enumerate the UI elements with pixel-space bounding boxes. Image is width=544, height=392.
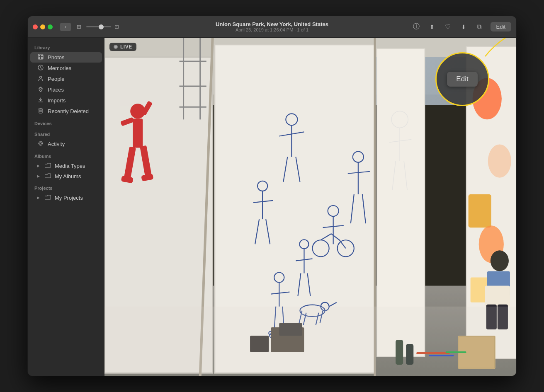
my-albums-folder-icon — [44, 173, 51, 179]
places-icon — [37, 86, 44, 93]
sidebar-item-imports[interactable]: Imports — [30, 95, 102, 106]
albums-section-label: Albums — [28, 150, 104, 160]
people-icon — [37, 75, 44, 82]
share-button[interactable]: ⬆ — [425, 21, 439, 33]
edit-button[interactable]: Edit — [491, 22, 511, 31]
my-projects-expand-icon: ▶ — [37, 196, 40, 200]
sidebar: Library Photos — [28, 38, 104, 376]
svg-rect-94 — [469, 194, 491, 227]
memories-icon — [37, 65, 44, 72]
svg-point-93 — [488, 145, 511, 178]
photos-icon — [37, 54, 44, 61]
title-bar-left: ‹ ⊞ ⊡ — [33, 23, 119, 31]
svg-point-6 — [40, 76, 42, 78]
photo-image — [104, 38, 516, 376]
zoom-slider[interactable] — [86, 26, 111, 27]
fit-view-icon[interactable]: ⊡ — [114, 24, 119, 30]
toolbar-right: ⓘ ⬆ ♡ ⬇ ⧉ Edit — [409, 21, 511, 33]
export-button[interactable]: ⬇ — [457, 21, 471, 33]
live-label: LIVE — [120, 44, 132, 50]
shared-section-label: Shared — [28, 128, 104, 138]
svg-point-92 — [473, 78, 502, 119]
heart-icon: ♡ — [445, 23, 451, 31]
media-types-expand-icon: ▶ — [37, 164, 40, 168]
sidebar-item-memories[interactable]: Memories — [30, 63, 102, 73]
maximize-button[interactable] — [48, 24, 53, 29]
info-icon: ⓘ — [413, 22, 420, 31]
sidebar-item-my-albums[interactable]: ▶ My Albums — [30, 171, 102, 181]
sidebar-memories-label: Memories — [48, 65, 71, 71]
minimize-button[interactable] — [40, 24, 45, 29]
sidebar-item-my-projects[interactable]: ▶ My Projects — [30, 193, 102, 203]
svg-point-14 — [40, 143, 41, 144]
recently-deleted-icon — [37, 108, 44, 115]
sidebar-places-label: Places — [48, 87, 64, 93]
sidebar-item-people[interactable]: People — [30, 74, 102, 84]
live-badge[interactable]: LIVE — [109, 43, 136, 51]
sidebar-activity-label: Activity — [48, 141, 65, 147]
media-types-folder-icon — [44, 162, 51, 169]
svg-rect-25 — [133, 119, 143, 148]
info-button[interactable]: ⓘ — [409, 21, 423, 33]
projects-section-label: Projects — [28, 181, 104, 192]
sidebar-imports-label: Imports — [48, 97, 66, 104]
title-bar: ‹ ⊞ ⊡ Union Square Park, New York, Unite… — [28, 16, 516, 38]
svg-rect-4 — [41, 57, 43, 59]
sidebar-people-label: People — [48, 76, 64, 82]
adjust-icon: ⧉ — [477, 23, 481, 31]
live-dot-icon — [114, 45, 118, 49]
sidebar-item-activity[interactable]: Activity — [30, 139, 102, 149]
svg-point-7 — [40, 88, 41, 90]
svg-point-103 — [491, 250, 509, 271]
traffic-lights — [33, 24, 53, 29]
photo-area: LIVE — [104, 38, 516, 376]
back-button[interactable]: ‹ — [60, 23, 71, 31]
favorite-button[interactable]: ♡ — [441, 21, 455, 33]
imports-icon — [37, 97, 44, 104]
sidebar-item-recently-deleted[interactable]: Recently Deleted — [30, 106, 102, 116]
main-content: Library Photos — [28, 38, 516, 376]
sidebar-my-albums-label: My Albums — [55, 173, 81, 179]
sidebar-item-places[interactable]: Places — [30, 85, 102, 95]
svg-rect-2 — [41, 55, 43, 56]
grid-view-icon[interactable]: ⊞ — [77, 24, 81, 30]
sidebar-recently-deleted-label: Recently Deleted — [48, 108, 89, 114]
adjust-button[interactable]: ⧉ — [472, 21, 486, 33]
sidebar-item-photos[interactable]: Photos — [30, 52, 102, 63]
sidebar-item-media-types[interactable]: ▶ Media Types — [30, 161, 102, 171]
svg-rect-1 — [39, 55, 40, 56]
sidebar-photos-label: Photos — [48, 54, 64, 60]
activity-icon — [37, 140, 44, 148]
main-window: ‹ ⊞ ⊡ Union Square Park, New York, Unite… — [27, 16, 517, 376]
window-title: Union Square Park, New York, United Stat… — [216, 21, 328, 27]
svg-rect-3 — [39, 57, 40, 59]
svg-rect-120 — [104, 307, 516, 376]
sidebar-media-types-label: Media Types — [55, 163, 85, 169]
back-arrow-icon: ‹ — [65, 24, 66, 30]
export-icon: ⬇ — [461, 24, 466, 30]
window-subtitle: April 23, 2019 at 1:26:04 PM · 1 of 1 — [216, 27, 328, 32]
svg-rect-105 — [485, 286, 510, 307]
my-projects-folder-icon — [44, 194, 51, 201]
my-albums-expand-icon: ▶ — [37, 174, 40, 178]
close-button[interactable] — [33, 24, 38, 29]
devices-section-label: Devices — [28, 117, 104, 128]
share-icon: ⬆ — [430, 24, 435, 30]
library-section-label: Library — [28, 41, 104, 52]
sidebar-my-projects-label: My Projects — [55, 195, 83, 201]
